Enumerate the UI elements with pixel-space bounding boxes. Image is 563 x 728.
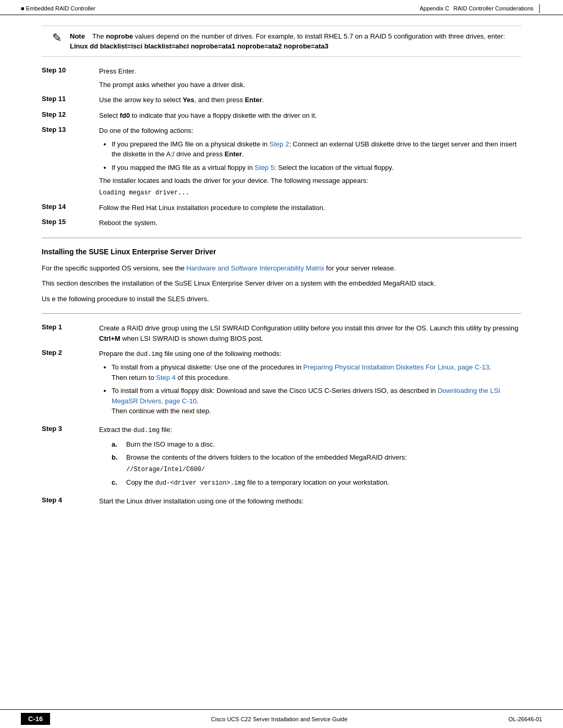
step-b2-bullet-1: To install from a physical diskette: Use… (112, 362, 521, 382)
sub-step-a-content: Burn the ISO image to a disc. (126, 439, 521, 450)
step-b2-bullet-2: To install from a virtual floppy disk: D… (112, 386, 521, 416)
step-b4-label: Step 4 (42, 496, 99, 504)
note-section: ✎ Note The noprobe values depend on the … (42, 26, 521, 57)
step-13-row: Step 13 Do one of the following actions:… (42, 126, 521, 198)
suse-section: Installing the SUSE Linux Enterprise Ser… (42, 248, 521, 507)
steps-bottom-area: Step 1 Create a RAID drive group using t… (42, 323, 521, 506)
note-text-intro: The noprobe values depend on the number … (92, 32, 505, 40)
step-13-label: Step 13 (42, 126, 99, 133)
step-13-bullets: If you prepared the IMG file on a physic… (99, 139, 521, 173)
step-15-row: Step 15 Reboot the system. (42, 218, 521, 228)
page-header: ■ Embedded RAID Controller Appendix C RA… (0, 0, 563, 15)
header-right: Appendix C RAID Controller Consideration… (420, 4, 542, 13)
page-container: ■ Embedded RAID Controller Appendix C RA… (0, 0, 563, 728)
preparing-physical-link[interactable]: Preparing Physical Installation Diskette… (303, 363, 489, 371)
header-bullet-icon: ■ (21, 5, 25, 11)
step-b4-row: Step 4 Start the Linux driver installati… (42, 496, 521, 507)
sub-step-c-label: c. (112, 477, 126, 488)
step-b2-content: Prepare the dud.img file using one of th… (99, 349, 521, 419)
note-row: ✎ Note The noprobe values depend on the … (42, 32, 521, 50)
header-title: RAID Controller Considerations (454, 5, 533, 11)
sub-step-b-content: Browse the contents of the drivers folde… (126, 452, 521, 474)
step-b3-row: Step 3 Extract the dud.img file: a. Burn… (42, 425, 521, 491)
section-divider-2 (42, 313, 521, 314)
sub-step-b-row: b. Browse the contents of the drivers fo… (112, 452, 521, 474)
step-13-bullet-1: If you prepared the IMG file on a physic… (112, 139, 521, 159)
step-14-label: Step 14 (42, 203, 99, 211)
step-10-text: Press Enter. (99, 67, 136, 75)
header-left: ■ Embedded RAID Controller (21, 5, 95, 11)
step-b2-bullets: To install from a physical diskette: Use… (99, 362, 521, 416)
footer-page-number: C-16 (21, 713, 50, 725)
step-b3-content: Extract the dud.img file: a. Burn the IS… (99, 425, 521, 491)
step-b1-label: Step 1 (42, 323, 99, 331)
step-15-content: Reboot the system. (99, 218, 521, 228)
hw-sw-matrix-link[interactable]: Hardware and Software Interoperability M… (186, 264, 324, 272)
step-13-content: Do one of the following actions: If you … (99, 126, 521, 198)
step-b3-code: dud.img (133, 427, 160, 434)
section-para3: Us e the following procedure to install … (42, 294, 521, 304)
step-10-row: Step 10 Press Enter. The prompt asks whe… (42, 66, 521, 90)
step-14-row: Step 14 Follow the Red Hat Linux install… (42, 203, 521, 213)
step-10-content: Press Enter. The prompt asks whether you… (99, 66, 521, 90)
step-12-label: Step 12 (42, 110, 99, 118)
footer-right-text: OL-26646-01 (508, 716, 542, 722)
section-heading: Installing the SUSE Linux Enterprise Ser… (42, 248, 521, 256)
sub-step-c-code: dud-<driver version>.img (155, 479, 246, 487)
note-label: Note (70, 32, 85, 40)
step-b4-content: Start the Linux driver installation usin… (99, 496, 521, 507)
step-b3-label: Step 3 (42, 425, 99, 433)
note-pencil-icon: ✎ (52, 31, 62, 45)
step-11-row: Step 11 Use the arrow key to select Yes,… (42, 95, 521, 105)
sub-step-b-code: //Storage/Intel/C600/ (126, 465, 521, 474)
step-14-content: Follow the Red Hat Linux installation pr… (99, 203, 521, 213)
step-11-content: Use the arrow key to select Yes, and the… (99, 95, 521, 105)
page-footer: C-16 Cisco UCS C22 Server Installation a… (0, 709, 563, 728)
step-13-bullet-2: If you mapped the IMG file as a virtual … (112, 163, 521, 173)
downloading-lsi-link[interactable]: Downloading the LSI MegaSR Drivers, page… (112, 387, 500, 405)
header-divider: │ (537, 4, 542, 13)
section-para2: This section describes the installation … (42, 278, 521, 289)
step-b1-content: Create a RAID drive group using the LSI … (99, 323, 521, 343)
sub-step-a-label: a. (112, 439, 126, 450)
sub-step-c-row: c. Copy the dud-<driver version>.img fil… (112, 477, 521, 488)
header-appendix: Appendix C (420, 5, 449, 11)
header-left-text: Embedded RAID Controller (26, 5, 95, 11)
step-b2-label: Step 2 (42, 349, 99, 356)
step-15-label: Step 15 (42, 218, 99, 226)
step-13-link-step5[interactable]: Step 5 (255, 164, 275, 171)
main-content: ✎ Note The noprobe values depend on the … (0, 15, 563, 553)
footer-center-text: Cisco UCS C22 Server Installation and Se… (211, 716, 348, 722)
step-10-sub: The prompt asks whether you have a drive… (99, 80, 521, 90)
note-content: Note The noprobe values depend on the nu… (70, 32, 521, 50)
section-divider (42, 238, 521, 238)
sub-step-c-content: Copy the dud-<driver version>.img file t… (126, 477, 521, 488)
section-para1: For the specific supported OS versions, … (42, 263, 521, 274)
step-b1-row: Step 1 Create a RAID drive group using t… (42, 323, 521, 343)
step-13-link-step2[interactable]: Step 2 (270, 140, 289, 148)
sub-step-b-label: b. (112, 452, 126, 463)
step-10-label: Step 10 (42, 66, 99, 74)
step-12-row: Step 12 Select fd0 to indicate that you … (42, 110, 521, 121)
step-13-after-bullets: The installer locates and loads the driv… (99, 176, 521, 186)
step-b2-code: dud.img (137, 351, 163, 358)
sub-step-a-row: a. Burn the ISO image to a disc. (112, 439, 521, 450)
step-13-code-block: Loading megasr driver... (99, 188, 521, 198)
steps-top-area: Step 10 Press Enter. The prompt asks whe… (42, 66, 521, 228)
step-b2-step4-link[interactable]: Step 4 (156, 374, 176, 381)
note-bold-command: Linux dd blacklist=isci blacklist=ahci n… (70, 42, 521, 50)
step-12-content: Select fd0 to indicate that you have a f… (99, 110, 521, 121)
step-11-label: Step 11 (42, 95, 99, 103)
step-b2-row: Step 2 Prepare the dud.img file using on… (42, 349, 521, 419)
